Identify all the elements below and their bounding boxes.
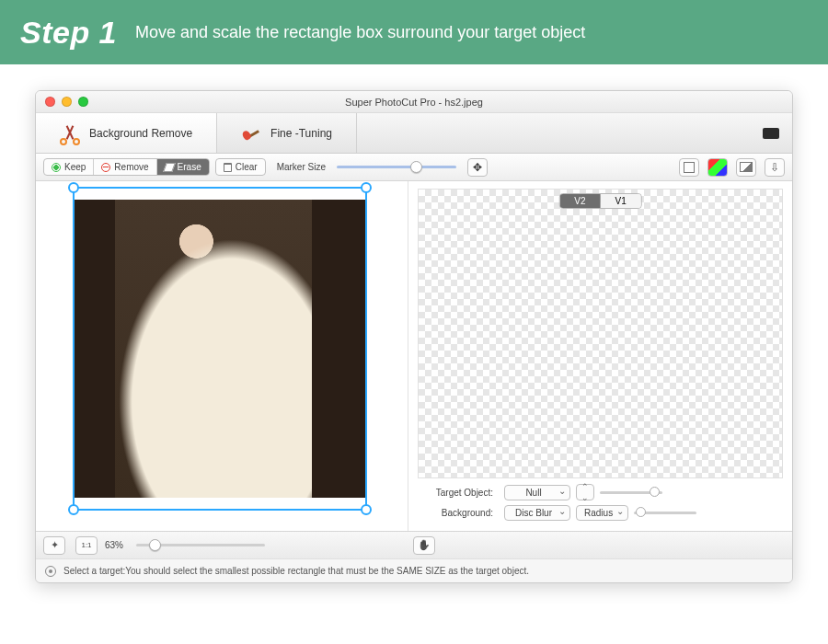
background-color-button[interactable] xyxy=(707,158,728,177)
compare-button[interactable] xyxy=(679,158,699,177)
clear-button[interactable]: Clear xyxy=(215,158,266,176)
target-stepper[interactable] xyxy=(576,484,594,500)
source-pane xyxy=(36,181,408,531)
step-description: Move and scale the rectangle box surroun… xyxy=(135,23,585,42)
pan-tool-button[interactable] xyxy=(413,536,435,555)
window-title: Super PhotoCut Pro - hs2.jpeg xyxy=(36,97,792,108)
close-window-button[interactable] xyxy=(45,97,55,107)
erase-button[interactable]: Erase xyxy=(157,159,209,175)
brush-icon xyxy=(241,123,261,144)
zoom-window-button[interactable] xyxy=(78,97,88,107)
marker-size-label: Marker Size xyxy=(277,162,326,172)
selection-rectangle[interactable] xyxy=(73,187,367,511)
version-v2[interactable]: V2 xyxy=(559,194,600,208)
handle-top-right[interactable] xyxy=(361,182,372,193)
export-button[interactable] xyxy=(765,158,785,177)
output-controls: Target Object: Null Background: Disc Blu… xyxy=(418,484,783,525)
handle-top-left[interactable] xyxy=(68,182,79,193)
preview-canvas: V2 V1 xyxy=(418,189,783,478)
target-slider[interactable] xyxy=(600,491,662,494)
erase-icon xyxy=(163,163,176,172)
target-object-label: Target Object: xyxy=(418,488,493,498)
move-tool-button[interactable] xyxy=(467,158,488,177)
tab-label: Background Remove xyxy=(89,127,192,140)
radius-select[interactable]: Radius xyxy=(576,505,628,521)
handle-bottom-left[interactable] xyxy=(68,504,79,515)
handle-bottom-right[interactable] xyxy=(361,504,372,515)
canvas[interactable] xyxy=(73,185,367,512)
help-icon[interactable] xyxy=(763,127,779,140)
version-toggle: V2 V1 xyxy=(558,193,641,209)
hint-bar: Select a target:You should select the sm… xyxy=(36,558,792,582)
tab-label: Fine -Tuning xyxy=(270,127,332,140)
scissors-icon xyxy=(60,123,80,144)
keep-button[interactable]: Keep xyxy=(44,159,94,175)
footer-bar: 63% xyxy=(36,531,792,558)
hint-text: Select a target:You should select the sm… xyxy=(63,566,529,576)
zoom-slider[interactable] xyxy=(136,544,265,546)
toolbar: Keep Remove Erase Clear Marker Size xyxy=(36,154,792,181)
keep-icon xyxy=(52,163,61,172)
fit-button[interactable] xyxy=(43,536,65,555)
app-window: Super PhotoCut Pro - hs2.jpeg Background… xyxy=(35,90,793,583)
hint-icon xyxy=(45,566,56,577)
trash-icon xyxy=(224,163,232,172)
background-image-button[interactable] xyxy=(736,158,756,177)
tutorial-banner: Step 1 Move and scale the rectangle box … xyxy=(0,0,828,64)
tab-background-remove[interactable]: Background Remove xyxy=(36,113,217,153)
titlebar: Super PhotoCut Pro - hs2.jpeg xyxy=(36,91,792,113)
background-select[interactable]: Disc Blur xyxy=(504,505,570,521)
step-number: Step 1 xyxy=(20,15,117,51)
radius-slider[interactable] xyxy=(634,512,696,514)
remove-icon xyxy=(101,163,110,172)
zoom-value: 63% xyxy=(105,540,123,550)
marker-size-slider[interactable] xyxy=(337,166,456,168)
minimize-window-button[interactable] xyxy=(62,97,72,107)
marker-mode-group: Keep Remove Erase xyxy=(43,158,210,176)
tab-fine-tuning[interactable]: Fine -Tuning xyxy=(217,113,357,153)
mode-tabs: Background Remove Fine -Tuning xyxy=(36,113,792,154)
background-label: Background: xyxy=(418,508,493,518)
actual-size-button[interactable] xyxy=(75,536,98,555)
remove-button[interactable]: Remove xyxy=(94,159,156,175)
target-object-select[interactable]: Null xyxy=(504,485,570,500)
workspace: V2 V1 Target Object: Null Background: Di… xyxy=(36,181,792,531)
preview-pane: V2 V1 Target Object: Null Background: Di… xyxy=(408,181,792,531)
version-v1[interactable]: V1 xyxy=(601,194,641,208)
